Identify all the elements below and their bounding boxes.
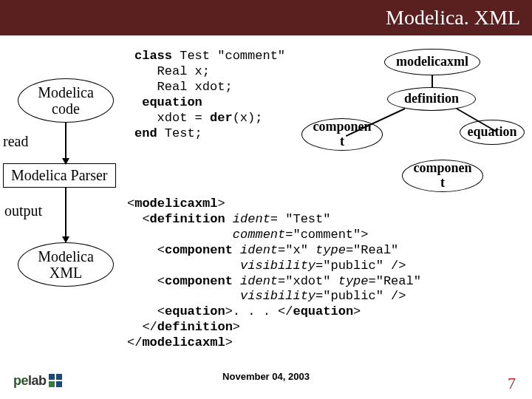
arrow-code-to-parser [65,123,66,160]
node-modelica-code: Modelica code [18,78,114,123]
code-modelica: class Test "comment" Real x; Real xdot; … [134,49,285,141]
tree-equation: equation [460,120,525,145]
arrow-parser-to-xml [65,188,66,238]
slide-title: Modelica. XML [0,0,532,35]
tree-definition: definition [387,87,476,111]
tree-root: modelicaxml [384,49,480,75]
code-xml: <modelicaxml> <definition ident= "Test" … [127,197,421,351]
node-modelica-xml: Modelica XML [18,242,114,287]
tree-component-lower: componen t [402,160,483,192]
pelab-logo: pelab [13,373,62,389]
footer-date: November 04, 2003 [222,371,310,382]
page-number: 7 [508,374,516,393]
node-modelica-parser: Modelica Parser [3,163,116,188]
footer: pelab November 04, 2003 7 [0,371,532,390]
slide-content: Modelica code read Modelica Parser outpu… [0,35,532,375]
label-output: output [4,202,42,219]
logo-squares-icon [49,374,62,387]
label-read: read [3,133,28,150]
tree-line-root-def [432,75,433,87]
